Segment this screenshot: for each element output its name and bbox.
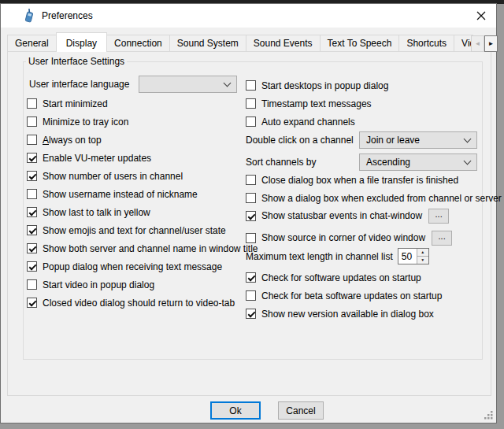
- checkbox-check-beta-updates[interactable]: Check for beta software updates on start…: [246, 287, 493, 305]
- max-text-length-row: Maximum text length in channel list 50 ▲…: [246, 248, 429, 264]
- checkbox-icon: [27, 189, 37, 199]
- tab-sound-events[interactable]: Sound Events: [246, 35, 321, 52]
- video-source-ellipsis-button[interactable]: ...: [432, 231, 452, 246]
- checkbox-label: Show source in corner of video window: [261, 232, 425, 243]
- tab-display[interactable]: Display: [56, 32, 107, 52]
- checkbox-label: Popup dialog when receiving text message: [43, 261, 222, 272]
- checkbox-label: Closed video dialog should return to vid…: [43, 298, 235, 309]
- statusbar-events-row[interactable]: Show statusbar events in chat-window ...: [246, 208, 449, 224]
- checkbox-desktops-popup[interactable]: Start desktops in popup dialog: [246, 76, 493, 94]
- checkbox-timestamp-messages[interactable]: Timestamp text messages: [246, 94, 493, 113]
- checkbox-icon: [246, 233, 256, 243]
- title-bar[interactable]: Preferences: [1, 4, 496, 28]
- checkbox-label: Enable VU-meter updates: [43, 153, 151, 164]
- checkbox-close-on-transfer[interactable]: Close dialog box when a file transfer is…: [246, 171, 493, 189]
- chevron-down-icon: [224, 79, 232, 87]
- checkbox-label: Check for software updates on startup: [261, 272, 421, 283]
- spin-down-icon[interactable]: ▼: [417, 256, 428, 264]
- tab-sound-system[interactable]: Sound System: [169, 35, 246, 52]
- checkbox-icon: [246, 175, 256, 185]
- checkbox-label: Show statusbar events in chat-window: [261, 210, 422, 221]
- checkbox-icon: [246, 116, 256, 127]
- checkbox-vu-meter[interactable]: Enable VU-meter updates: [27, 149, 251, 167]
- checkbox-label: Show new version available in dialog box: [261, 309, 434, 320]
- language-combobox[interactable]: [139, 76, 237, 93]
- checkbox-icon: [27, 298, 37, 308]
- ok-button[interactable]: Ok: [210, 401, 261, 420]
- checkbox-icon: [27, 116, 37, 127]
- checkbox-last-talk-yellow[interactable]: Show last to talk in yellow: [27, 203, 251, 221]
- checkbox-check-updates[interactable]: Check for software updates on startup: [246, 268, 493, 287]
- checkbox-icon: [246, 211, 256, 221]
- checkbox-always-on-top[interactable]: Always on top: [27, 131, 251, 149]
- language-label: User interface language: [29, 79, 139, 90]
- checkbox-icon: [246, 80, 256, 91]
- sort-channels-row: Sort channels by Ascending: [246, 153, 477, 171]
- checkbox-icon: [246, 309, 256, 319]
- checkbox-icon: [27, 261, 37, 272]
- checkbox-icon: [246, 290, 256, 301]
- checkbox-show-user-count[interactable]: Show number of users in channel: [27, 167, 251, 185]
- tab-general[interactable]: General: [7, 35, 57, 52]
- checkbox-icon: [27, 225, 37, 235]
- checkbox-minimize-to-tray[interactable]: Minimize to tray icon: [27, 113, 251, 131]
- checkbox-excluded-dialog[interactable]: Show a dialog box when excluded from cha…: [246, 189, 493, 207]
- tab-bar: General Display Connection Sound System …: [7, 32, 473, 52]
- window-title: Preferences: [42, 10, 93, 21]
- max-text-length-label: Maximum text length in channel list: [246, 251, 393, 262]
- checkbox-icon: [27, 279, 37, 290]
- checkbox-label: Show both server and channel name in win…: [43, 243, 258, 254]
- checkbox-video-popup[interactable]: Start video in popup dialog: [27, 276, 251, 294]
- double-click-combobox[interactable]: Join or leave: [359, 131, 477, 149]
- app-icon: [22, 9, 36, 23]
- language-row: User interface language: [29, 76, 237, 93]
- checkbox-label: Show emojis and text for channel/user st…: [43, 225, 226, 236]
- cancel-button[interactable]: Cancel: [278, 401, 324, 420]
- max-text-length-value: 50: [398, 249, 417, 264]
- double-click-row: Double click on a channel Join or leave: [246, 131, 477, 149]
- close-icon: [476, 11, 486, 20]
- tab-scroll-right-icon[interactable]: ►: [484, 35, 498, 52]
- right-checkbox-column-mid: Close dialog box when a file transfer is…: [246, 171, 493, 207]
- checkbox-label: Show username instead of nickname: [43, 189, 198, 200]
- tab-scroll-left-icon[interactable]: ◄: [471, 35, 484, 52]
- checkbox-server-channel-title[interactable]: Show both server and channel name in win…: [27, 239, 251, 257]
- statusbar-events-ellipsis-button[interactable]: ...: [428, 209, 449, 224]
- checkbox-icon: [27, 153, 37, 163]
- sort-channels-combobox-value: Ascending: [366, 157, 410, 168]
- checkbox-start-minimized[interactable]: Start minimized: [27, 94, 251, 113]
- tab-connection[interactable]: Connection: [106, 35, 170, 52]
- checkbox-label: Show last to talk in yellow: [43, 207, 150, 218]
- checkbox-emojis-state[interactable]: Show emojis and text for channel/user st…: [27, 221, 251, 239]
- checkbox-closed-video-return[interactable]: Closed video dialog should return to vid…: [27, 294, 251, 312]
- chevron-down-icon: [464, 135, 472, 142]
- checkbox-icon: [246, 98, 256, 109]
- spin-up-icon[interactable]: ▲: [417, 249, 428, 256]
- double-click-label: Double click on a channel: [246, 135, 359, 146]
- max-text-length-spinbox[interactable]: 50 ▲ ▼: [398, 248, 429, 264]
- tab-shortcuts[interactable]: Shortcuts: [398, 35, 454, 52]
- resize-grip-icon[interactable]: [484, 410, 494, 420]
- checkbox-icon: [246, 272, 256, 283]
- checkbox-icon: [27, 243, 37, 253]
- spin-buttons: ▲ ▼: [417, 249, 428, 264]
- checkbox-show-username[interactable]: Show username instead of nickname: [27, 185, 251, 203]
- checkbox-label: Show a dialog box when excluded from cha…: [261, 193, 502, 204]
- group-box-title: User Interface Settings: [26, 56, 127, 67]
- sort-channels-combobox[interactable]: Ascending: [359, 153, 477, 171]
- checkbox-icon: [27, 171, 37, 181]
- checkbox-new-version-dialog[interactable]: Show new version available in dialog box: [246, 305, 493, 323]
- checkbox-label: Check for beta software updates on start…: [261, 290, 442, 301]
- checkbox-auto-expand-channels[interactable]: Auto expand channels: [246, 113, 493, 131]
- checkbox-label: Show number of users in channel: [43, 171, 183, 182]
- close-button[interactable]: [468, 6, 495, 26]
- checkbox-label: Start minimized: [43, 98, 108, 109]
- video-source-row[interactable]: Show source in corner of video window ..…: [246, 230, 452, 246]
- tab-text-to-speech[interactable]: Text To Speech: [320, 35, 400, 52]
- checkbox-icon: [246, 193, 256, 203]
- chevron-down-icon: [464, 157, 472, 165]
- checkbox-label: Start desktops in popup dialog: [261, 80, 388, 91]
- checkbox-icon: [27, 135, 37, 145]
- checkbox-label: Auto expand channels: [261, 116, 355, 128]
- checkbox-popup-text-message[interactable]: Popup dialog when receiving text message: [27, 257, 251, 276]
